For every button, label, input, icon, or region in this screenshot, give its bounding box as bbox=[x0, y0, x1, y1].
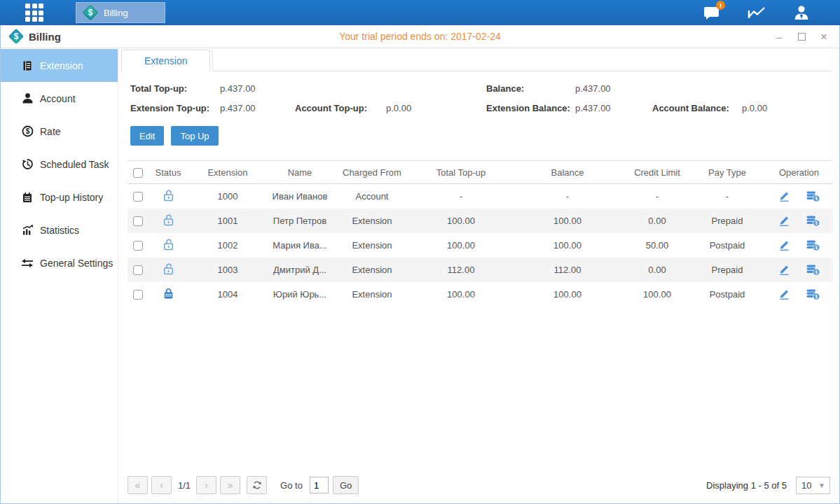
row-edit-button[interactable] bbox=[778, 239, 790, 251]
billing-title-icon: $ bbox=[8, 28, 25, 45]
prev-page-button[interactable]: ‹ bbox=[151, 476, 172, 494]
row-topup-button[interactable]: $ bbox=[806, 190, 820, 202]
row-checkbox[interactable] bbox=[133, 216, 143, 226]
page-size-select[interactable]: 10 ▼ bbox=[796, 477, 830, 494]
cell-balance: 100.00 bbox=[510, 233, 625, 258]
sidebar-item-rate[interactable]: $ Rate bbox=[1, 115, 118, 148]
tabstrip: Extension bbox=[121, 49, 832, 71]
col-credit-limit: Credit Limit bbox=[625, 161, 689, 184]
sidebar-item-general-settings[interactable]: General Settings bbox=[1, 246, 118, 279]
account-topup-value: p.0.00 bbox=[386, 103, 486, 113]
sidebar-item-account[interactable]: Account bbox=[1, 82, 118, 115]
cell-charged-from: Extension bbox=[332, 282, 412, 307]
row-edit-button[interactable] bbox=[778, 190, 790, 202]
col-operation: Operation bbox=[765, 161, 833, 184]
topup-coins-icon: $ bbox=[806, 239, 820, 251]
billing-app-tab[interactable]: $ Billing bbox=[76, 2, 165, 23]
first-page-button[interactable]: « bbox=[128, 476, 148, 494]
cell-pay-type: Prepaid bbox=[689, 209, 765, 233]
row-edit-button[interactable] bbox=[778, 215, 790, 226]
app-grid-icon[interactable] bbox=[25, 4, 43, 22]
col-charged-from: Charged From bbox=[332, 161, 412, 184]
row-topup-button[interactable]: $ bbox=[806, 288, 820, 300]
billing-app-tab-label: Billing bbox=[104, 8, 128, 18]
topup-coins-icon: $ bbox=[806, 264, 820, 276]
cell-credit-limit: 0.00 bbox=[625, 209, 689, 233]
extension-topup-value: p.437.00 bbox=[220, 103, 295, 113]
chevron-down-icon: ▼ bbox=[818, 482, 825, 489]
row-topup-button[interactable]: $ bbox=[806, 215, 820, 227]
messages-icon[interactable]: ! bbox=[701, 4, 722, 22]
refresh-button[interactable] bbox=[247, 476, 267, 494]
minimize-icon[interactable]: – bbox=[773, 32, 785, 42]
balance-value: p.437.00 bbox=[575, 83, 652, 94]
cell-credit-limit: - bbox=[625, 184, 689, 209]
go-button[interactable]: Go bbox=[333, 476, 359, 494]
cell-pay-type: Postpaid bbox=[689, 282, 765, 307]
row-checkbox[interactable] bbox=[133, 241, 143, 251]
cell-total-topup: - bbox=[412, 184, 510, 209]
extension-balance-value: p.437.00 bbox=[575, 103, 652, 113]
tab-extension[interactable]: Extension bbox=[121, 50, 210, 71]
col-extension: Extension bbox=[188, 161, 268, 184]
cell-balance: 112.00 bbox=[510, 258, 625, 282]
cell-total-topup: 100.00 bbox=[412, 233, 510, 258]
trial-notice: Your trial period ends on: 2017-02-24 bbox=[1, 31, 839, 42]
tabstrip-filler bbox=[212, 50, 832, 71]
edit-button[interactable]: Edit bbox=[130, 126, 164, 146]
cell-name: Дмитрий Д... bbox=[268, 258, 332, 282]
row-checkbox[interactable] bbox=[133, 265, 143, 275]
topup-coins-icon: $ bbox=[806, 215, 820, 227]
table-row[interactable]: 1003Дмитрий Д...Extension112.00112.000.0… bbox=[128, 258, 833, 282]
topup-coins-icon: $ bbox=[806, 288, 820, 300]
sidebar-item-label: Top-up History bbox=[40, 192, 103, 203]
lock-open-icon bbox=[163, 214, 174, 226]
cell-extension: 1001 bbox=[188, 209, 268, 233]
row-checkbox[interactable] bbox=[133, 290, 143, 300]
sidebar-item-scheduled-task[interactable]: Scheduled Task bbox=[1, 148, 118, 181]
last-page-button[interactable]: » bbox=[220, 476, 240, 494]
page-indicator: 1/1 bbox=[178, 480, 191, 491]
cell-name: Мария Ива... bbox=[268, 233, 332, 258]
sidebar-item-label: Scheduled Task bbox=[40, 159, 109, 170]
col-status: Status bbox=[149, 161, 188, 184]
table-row[interactable]: 1002Мария Ива...Extension100.00100.0050.… bbox=[128, 233, 833, 258]
cell-name: Юрий Юрь... bbox=[268, 282, 332, 307]
pagination-bar: « ‹ 1/1 › » Go to Go Displaying bbox=[121, 476, 832, 503]
maximize-icon[interactable] bbox=[796, 32, 807, 42]
topup-history-ledger-icon bbox=[21, 191, 34, 204]
table-row[interactable]: 1001Петр ПетровExtension100.00100.000.00… bbox=[128, 209, 833, 233]
svg-text:$: $ bbox=[815, 220, 818, 226]
cell-credit-limit: 50.00 bbox=[625, 233, 689, 258]
cell-charged-from: Extension bbox=[332, 233, 412, 258]
table-row[interactable]: 1004Юрий Юрь...Extension100.00100.00100.… bbox=[128, 282, 833, 307]
goto-page-input[interactable] bbox=[310, 477, 329, 493]
notification-badge: ! bbox=[716, 1, 725, 10]
row-checkbox[interactable] bbox=[133, 192, 143, 202]
table-header-row: Status Extension Name Charged From Total… bbox=[128, 161, 833, 184]
top-system-bar: $ Billing ! bbox=[0, 0, 840, 25]
sidebar-item-topup-history[interactable]: Top-up History bbox=[1, 181, 118, 214]
row-edit-button[interactable] bbox=[778, 264, 790, 275]
row-topup-button[interactable]: $ bbox=[806, 239, 820, 251]
reports-chart-icon[interactable] bbox=[746, 4, 767, 22]
edit-pencil-icon bbox=[778, 288, 790, 300]
user-account-icon[interactable] bbox=[791, 4, 812, 22]
svg-text:$: $ bbox=[815, 270, 818, 275]
top-up-button[interactable]: Top Up bbox=[171, 126, 218, 146]
close-icon[interactable]: × bbox=[818, 31, 829, 43]
cell-credit-limit: 0.00 bbox=[625, 258, 689, 282]
cell-charged-from: Extension bbox=[332, 209, 412, 233]
displaying-text: Displaying 1 - 5 of 5 bbox=[706, 480, 787, 491]
row-topup-button[interactable]: $ bbox=[806, 264, 820, 276]
sidebar-item-label: Account bbox=[40, 93, 76, 104]
svg-text:$: $ bbox=[815, 294, 818, 300]
table-row[interactable]: 1000Иван ИвановAccount----$ bbox=[128, 184, 833, 209]
sidebar-item-extension[interactable]: Extension bbox=[1, 49, 118, 82]
cell-extension: 1003 bbox=[188, 258, 268, 282]
row-edit-button[interactable] bbox=[778, 288, 790, 300]
sidebar-item-statistics[interactable]: Statistics bbox=[1, 214, 118, 246]
next-page-button[interactable]: › bbox=[196, 476, 216, 494]
cell-pay-type: Postpaid bbox=[689, 233, 765, 258]
select-all-checkbox[interactable] bbox=[133, 168, 143, 178]
